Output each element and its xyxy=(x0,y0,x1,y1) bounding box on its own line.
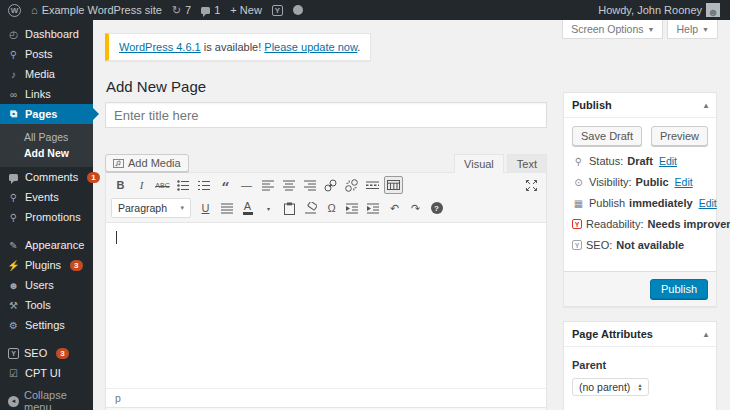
publish-metabox-header[interactable]: Publish ▴ xyxy=(564,93,716,118)
clear-formatting-button[interactable] xyxy=(301,199,320,217)
redo-button[interactable]: ↷ xyxy=(406,199,425,217)
status-value: Draft xyxy=(627,155,653,167)
paste-as-text-button[interactable] xyxy=(280,199,299,217)
media-icon: ♪ xyxy=(7,69,20,80)
keyboard-shortcuts-help-button[interactable]: ? xyxy=(427,199,446,217)
horizontal-rule-button[interactable]: — xyxy=(237,176,256,194)
schedule-row: ▦ Publish immediately Edit xyxy=(572,197,708,209)
bullet-list-button[interactable] xyxy=(174,176,193,194)
media-icon xyxy=(113,159,124,168)
save-draft-button[interactable]: Save Draft xyxy=(572,126,642,146)
justify-button[interactable] xyxy=(217,199,236,217)
collapse-toggle-icon[interactable]: ▴ xyxy=(704,101,708,110)
strikethrough-button[interactable]: ABC xyxy=(153,176,172,194)
sidebar-item-settings[interactable]: ⚙ Settings xyxy=(0,315,93,335)
submenu-item-all-pages[interactable]: All Pages xyxy=(0,129,93,145)
align-center-button[interactable] xyxy=(279,176,298,194)
sidebar-item-cpt-ui[interactable]: ☑ CPT UI xyxy=(0,363,93,383)
italic-button[interactable]: I xyxy=(132,176,151,194)
remove-link-button[interactable] xyxy=(342,176,361,194)
align-left-button[interactable] xyxy=(258,176,277,194)
sidebar-item-dashboard[interactable]: ◴ Dashboard xyxy=(0,24,93,44)
outdent-button[interactable] xyxy=(343,199,362,217)
publish-button[interactable]: Publish xyxy=(650,279,708,299)
read-more-button[interactable] xyxy=(363,176,382,194)
seo-row: Y SEO: Not available xyxy=(572,239,708,251)
sidebar-item-pages[interactable]: ⧉ Pages xyxy=(0,104,93,124)
read-more-icon xyxy=(366,180,379,191)
text-color-dropdown[interactable]: ▾ xyxy=(259,199,278,217)
title-input[interactable] xyxy=(105,102,547,128)
comments-link[interactable]: 1 xyxy=(201,4,220,16)
sidebar-item-plugins[interactable]: ⚡ Plugins 3 xyxy=(0,255,93,275)
page-attributes-header[interactable]: Page Attributes ▴ xyxy=(564,322,716,347)
wordpress-version-link[interactable]: WordPress 4.6.1 xyxy=(119,41,201,53)
howdy-account-menu[interactable]: Howdy, John Rooney ☻ xyxy=(598,3,720,17)
collapse-toggle-icon[interactable]: ▴ xyxy=(704,330,708,339)
sidebar-item-users[interactable]: ☻ Users xyxy=(0,275,93,295)
appearance-icon: ✎ xyxy=(7,240,20,251)
yoast-admin-menu[interactable]: Y xyxy=(272,5,283,16)
sidebar-item-seo[interactable]: Y SEO 3 xyxy=(0,343,93,363)
yoast-seo-icon: Y xyxy=(572,240,582,250)
sidebar-item-media[interactable]: ♪ Media xyxy=(0,64,93,84)
align-right-button[interactable] xyxy=(300,176,319,194)
indent-button[interactable] xyxy=(364,199,383,217)
editor-content-area[interactable] xyxy=(106,222,546,388)
tab-text[interactable]: Text xyxy=(507,154,547,173)
editor-element-path[interactable]: p xyxy=(106,388,546,407)
wordpress-logo-menu[interactable]: W xyxy=(8,4,21,17)
site-name-label: Example WordPress site xyxy=(42,4,162,16)
sidebar-item-tools[interactable]: ⚒ Tools xyxy=(0,295,93,315)
updates-link[interactable]: ↻ 7 xyxy=(172,4,191,17)
sidebar-item-comments[interactable]: Comments 1 xyxy=(0,167,93,187)
notice-period: . xyxy=(357,41,360,53)
text-color-button[interactable]: A xyxy=(238,199,257,217)
links-icon: ∞ xyxy=(7,89,20,100)
status-label: Status: xyxy=(589,155,623,167)
tab-visual[interactable]: Visual xyxy=(454,154,504,173)
numbered-list-button[interactable] xyxy=(195,176,214,194)
yoast-icon: Y xyxy=(8,348,19,359)
bold-button[interactable]: B xyxy=(111,176,130,194)
sidebar-item-appearance[interactable]: ✎ Appearance xyxy=(0,235,93,255)
submenu-item-add-new[interactable]: Add New xyxy=(0,145,93,161)
sidebar-item-label: Posts xyxy=(25,48,53,60)
sidebar-item-label: Dashboard xyxy=(25,28,79,40)
add-media-button[interactable]: Add Media xyxy=(105,154,189,172)
help-button[interactable]: Help ▼ xyxy=(667,20,718,39)
preview-button[interactable]: Preview xyxy=(651,126,708,146)
insert-link-button[interactable] xyxy=(321,176,340,194)
tools-icon: ⚒ xyxy=(7,300,20,311)
underline-button[interactable]: U xyxy=(196,199,215,217)
plugins-count-badge: 3 xyxy=(70,260,82,271)
toolbar-toggle-icon xyxy=(387,180,400,190)
parent-page-select[interactable]: (no parent) ▲ ▼ xyxy=(572,378,649,396)
sidebar-item-label: CPT UI xyxy=(25,367,61,379)
edit-status-link[interactable]: Edit xyxy=(659,155,677,167)
undo-button[interactable]: ↶ xyxy=(385,199,404,217)
sidebar-item-label: Tools xyxy=(25,299,51,311)
sidebar-item-links[interactable]: ∞ Links xyxy=(0,84,93,104)
circle-icon xyxy=(293,5,303,15)
plugin-circle-menu[interactable] xyxy=(293,5,303,15)
sidebar-item-promotions[interactable]: ⚲ Promotions xyxy=(0,207,93,227)
paragraph-format-select[interactable]: Paragraph ▾ xyxy=(111,198,191,218)
edit-visibility-link[interactable]: Edit xyxy=(675,176,693,188)
distraction-free-button[interactable] xyxy=(522,176,541,194)
new-content-menu[interactable]: + New xyxy=(230,4,262,16)
sidebar-item-posts[interactable]: ⚲ Posts xyxy=(0,44,93,64)
edit-schedule-link[interactable]: Edit xyxy=(699,197,717,209)
collapse-menu-button[interactable]: ◂ Collapse menu xyxy=(0,391,93,410)
site-name-link[interactable]: ⌂ Example WordPress site xyxy=(31,4,162,16)
sidebar-item-events[interactable]: ⚲ Events xyxy=(0,187,93,207)
link-icon xyxy=(324,179,337,192)
sidebar-item-label: Links xyxy=(25,88,51,100)
seo-label: SEO: xyxy=(586,239,612,251)
chevron-down-icon: ▼ xyxy=(648,26,655,33)
blockquote-button[interactable]: “ xyxy=(216,176,235,194)
update-now-link[interactable]: Please update now xyxy=(264,41,357,53)
screen-options-button[interactable]: Screen Options ▼ xyxy=(562,20,663,39)
toolbar-toggle-button[interactable] xyxy=(384,176,403,194)
special-character-button[interactable]: Ω xyxy=(322,199,341,217)
